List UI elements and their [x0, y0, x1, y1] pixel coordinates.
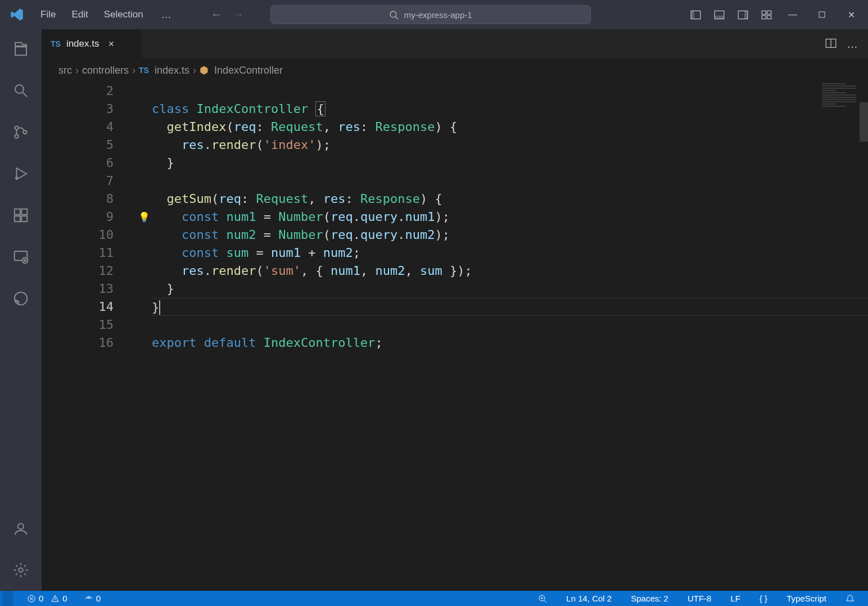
menu-file[interactable]: File	[34, 6, 62, 24]
svg-point-13	[15, 85, 24, 93]
bc-src[interactable]: src	[58, 65, 72, 76]
ts-file-icon: TS	[51, 39, 61, 48]
svg-point-17	[23, 130, 26, 134]
tab-bar: TS index.ts × …	[42, 29, 868, 58]
command-center-text: my-express-app-1	[404, 10, 472, 20]
menu-selection[interactable]: Selection	[97, 6, 150, 24]
line-gutter: 2345678910111213141516	[42, 82, 129, 591]
chevron-right-icon: ›	[132, 65, 135, 76]
ports-indicator[interactable]: 0	[81, 594, 104, 603]
svg-point-16	[15, 134, 18, 138]
layout-customize-icon[interactable]	[754, 0, 778, 29]
tab-index-ts[interactable]: TS index.ts ×	[42, 29, 143, 58]
minimap[interactable]	[822, 82, 860, 109]
menu-bar: File Edit Selection …	[34, 6, 177, 24]
zoom-icon[interactable]	[535, 594, 550, 603]
problems-indicator[interactable]: 0 0	[24, 594, 71, 603]
main: TS index.ts × … src › controllers › TS i…	[0, 29, 868, 591]
symbol-class-icon: ⬢	[200, 64, 209, 76]
title-right: — ✕	[684, 0, 868, 29]
command-center[interactable]: my-express-app-1	[270, 5, 591, 24]
svg-rect-12	[819, 12, 825, 17]
window-close[interactable]: ✕	[837, 0, 866, 29]
layout-bottom-icon[interactable]	[707, 0, 731, 29]
svg-point-28	[18, 523, 24, 529]
svg-rect-3	[691, 11, 694, 19]
bc-file[interactable]: index.ts	[155, 65, 189, 76]
layout-left-icon[interactable]	[684, 0, 707, 29]
search-icon	[389, 10, 399, 20]
tab-title: index.ts	[66, 38, 100, 49]
search-icon[interactable]	[11, 81, 30, 100]
language-braces[interactable]: { }	[756, 594, 771, 603]
breadcrumbs[interactable]: src › controllers › TS index.ts › ⬢ Inde…	[42, 58, 868, 82]
editor: TS index.ts × … src › controllers › TS i…	[42, 29, 868, 591]
remote-explorer-icon[interactable]	[11, 247, 30, 266]
svg-point-18	[15, 177, 18, 179]
vscode-logo-icon	[0, 0, 34, 29]
svg-point-0	[390, 11, 396, 17]
warning-count: 0	[62, 594, 67, 603]
remote-indicator[interactable]	[2, 591, 13, 606]
status-bar: 0 0 0 Ln 14, Col 2 Spaces: 2 UTF-8 LF { …	[0, 591, 868, 606]
code-body[interactable]: class IndexController { getIndex(req: Re…	[152, 82, 868, 591]
svg-point-29	[19, 568, 23, 572]
scrollbar-thumb[interactable]	[860, 102, 868, 142]
svg-rect-7	[744, 11, 747, 19]
nav-back-icon[interactable]: ←	[211, 7, 223, 22]
encoding[interactable]: UTF-8	[684, 594, 715, 603]
chevron-right-icon: ›	[75, 65, 79, 76]
notifications-icon[interactable]	[842, 594, 858, 603]
menu-edit[interactable]: Edit	[65, 6, 94, 24]
svg-rect-10	[762, 15, 766, 19]
window-minimize[interactable]: —	[778, 0, 807, 29]
svg-rect-8	[762, 11, 766, 14]
ports-count: 0	[96, 594, 101, 603]
error-count: 0	[39, 594, 43, 603]
nav-area: ← → my-express-app-1	[211, 5, 591, 24]
svg-rect-9	[767, 11, 771, 14]
settings-gear-icon[interactable]	[11, 560, 30, 580]
code-editor[interactable]: 2345678910111213141516 class IndexContro…	[42, 82, 868, 591]
source-control-icon[interactable]	[11, 123, 30, 142]
svg-rect-20	[15, 216, 20, 221]
bc-symbol[interactable]: IndexController	[214, 65, 283, 76]
svg-rect-5	[715, 15, 724, 19]
indentation[interactable]: Spaces: 2	[627, 594, 672, 603]
activity-bar	[0, 29, 42, 591]
close-tab-icon[interactable]: ×	[108, 38, 114, 50]
ts-file-icon: TS	[139, 66, 149, 75]
more-actions-icon[interactable]: …	[847, 38, 858, 51]
accounts-icon[interactable]	[11, 519, 30, 538]
svg-point-15	[15, 126, 18, 129]
svg-rect-19	[15, 209, 20, 215]
tab-actions: …	[825, 29, 868, 58]
nav-forward-icon[interactable]: →	[232, 7, 245, 22]
window-maximize[interactable]	[807, 0, 837, 29]
layout-right-icon[interactable]	[731, 0, 754, 29]
svg-line-1	[395, 16, 397, 19]
run-debug-icon[interactable]	[11, 164, 30, 183]
svg-rect-11	[767, 15, 771, 19]
split-editor-icon[interactable]	[825, 38, 837, 51]
svg-line-37	[544, 600, 546, 603]
title-bar: File Edit Selection … ← → my-express-app…	[0, 0, 868, 29]
svg-rect-21	[21, 216, 27, 221]
chevron-right-icon: ›	[193, 65, 196, 76]
svg-rect-22	[21, 209, 27, 215]
cursor-position[interactable]: Ln 14, Col 2	[563, 594, 615, 603]
language-mode[interactable]: TypeScript	[783, 594, 830, 603]
svg-point-27	[15, 292, 28, 305]
menu-more[interactable]: …	[156, 6, 177, 24]
extensions-icon[interactable]	[11, 206, 30, 225]
github-icon[interactable]	[11, 289, 30, 308]
eol[interactable]: LF	[727, 594, 744, 603]
explorer-icon[interactable]	[11, 39, 30, 58]
svg-line-14	[23, 93, 28, 97]
bc-controllers[interactable]: controllers	[82, 65, 129, 76]
